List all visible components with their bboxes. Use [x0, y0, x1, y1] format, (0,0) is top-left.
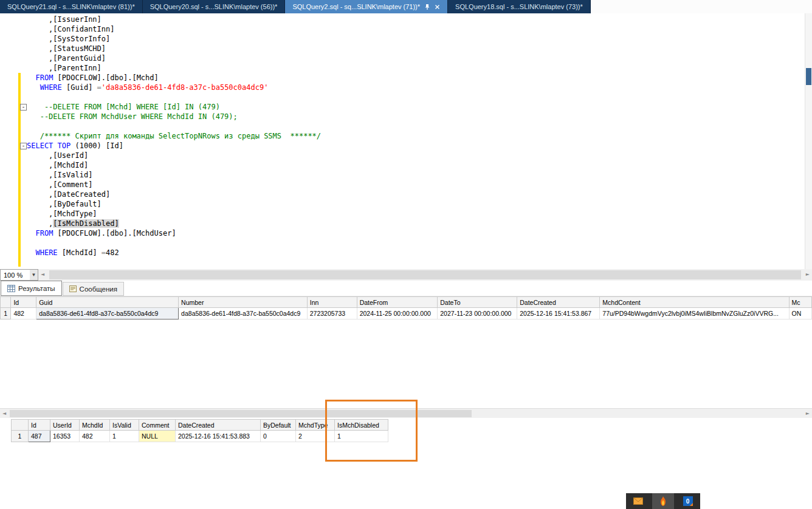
- grid-corner[interactable]: [12, 420, 29, 431]
- code-line[interactable]: ,[StatusMCHD]: [27, 44, 321, 53]
- notification-badge[interactable]: 0: [677, 493, 699, 509]
- code-line[interactable]: ,[Comment]: [27, 180, 321, 190]
- collapse-region-icon[interactable]: -: [20, 104, 27, 111]
- code-line[interactable]: ,[ParentInn]: [27, 63, 321, 73]
- document-tab[interactable]: SQLQuery21.sql - s...SLINK\mlaptev (81))…: [0, 0, 143, 13]
- column-header[interactable]: Id: [29, 420, 50, 431]
- grid-cell[interactable]: 2024-11-25 00:00:00.000: [357, 308, 438, 319]
- grid-cell[interactable]: 16353: [50, 431, 80, 442]
- code-token: [PDOCFLOW].[dbo].[MchdUser]: [53, 229, 176, 237]
- code-line[interactable]: ,[ByDefault]: [27, 199, 321, 209]
- flame-icon[interactable]: [652, 493, 674, 509]
- row-header[interactable]: 1: [12, 431, 29, 442]
- column-header[interactable]: Inn: [307, 297, 357, 308]
- document-tab[interactable]: SQLQuery18.sql - s...SLINK\mlaptev (73))…: [448, 0, 591, 13]
- code-line[interactable]: /****** Скрипт для команды SelectTopNRow…: [27, 131, 321, 141]
- code-area[interactable]: ,[IssuerInn] ,[ConfidantInn] ,[SysStorIn…: [27, 15, 321, 258]
- column-header[interactable]: DateTo: [438, 297, 517, 308]
- column-header[interactable]: Comment: [139, 420, 176, 431]
- grid-cell[interactable]: 2025-12-16 15:41:53.867: [517, 308, 600, 319]
- grid-cell[interactable]: NULL: [139, 431, 176, 442]
- scroll-left-icon[interactable]: ◄: [2, 411, 6, 416]
- document-tab[interactable]: SQLQuery20.sql - s...SLINK\mlaptev (56))…: [143, 0, 286, 13]
- code-token: [IsMchDisabled]: [53, 219, 119, 228]
- grid-cell[interactable]: 2723205733: [307, 308, 357, 319]
- column-header[interactable]: MchdId: [80, 420, 110, 431]
- code-line[interactable]: ,[MchdId]: [27, 160, 321, 170]
- code-line[interactable]: [27, 92, 321, 102]
- document-tab[interactable]: SQLQuery2.sql - sq...SLINK\mlaptev (71))…: [285, 0, 448, 13]
- grid-cell[interactable]: 2: [296, 431, 335, 442]
- code-line[interactable]: ,[ConfidantInn]: [27, 24, 321, 34]
- close-icon[interactable]: [435, 4, 440, 10]
- code-line[interactable]: ,[IsValid]: [27, 170, 321, 180]
- scroll-right-icon[interactable]: ►: [806, 272, 810, 277]
- column-header[interactable]: Mc: [789, 297, 811, 308]
- code-line[interactable]: WHERE [MchdId] =482: [27, 248, 321, 258]
- scroll-right-icon[interactable]: ►: [806, 411, 810, 416]
- tab-results[interactable]: Результаты: [1, 281, 62, 296]
- grid-cell[interactable]: 1: [335, 431, 388, 442]
- sql-editor[interactable]: ,[IssuerInn] ,[ConfidantInn] ,[SysStorIn…: [0, 13, 812, 269]
- grid-cell[interactable]: da8a5836-de61-4fd8-a37c-ba550c0a4dc9: [179, 308, 308, 319]
- code-line[interactable]: --DELETE FROM [Mchd] WHERE [Id] IN (479): [27, 102, 321, 112]
- column-header[interactable]: DateFrom: [357, 297, 438, 308]
- code-token: --DELETE FROM MchdUser WHERE MchdId IN (…: [27, 112, 238, 121]
- column-header[interactable]: Id: [11, 297, 36, 308]
- results-horizontal-scrollbar[interactable]: ◄ ►: [0, 408, 812, 418]
- code-line[interactable]: WHERE [Guid] ='da8a5836-de61-4fd8-a37c-b…: [27, 83, 321, 92]
- grid-cell[interactable]: 0: [261, 431, 296, 442]
- code-line[interactable]: ,[SysStorInfo]: [27, 34, 321, 44]
- code-line[interactable]: ,[UserId]: [27, 151, 321, 160]
- column-header[interactable]: ByDefault: [261, 420, 296, 431]
- code-line[interactable]: ,[ParentGuid]: [27, 53, 321, 63]
- zoom-selector[interactable]: 100 % ▼: [0, 269, 38, 281]
- grid-cell[interactable]: 2025-12-16 15:41:53.883: [176, 431, 261, 442]
- scrollbar-thumb[interactable]: [806, 68, 811, 85]
- code-line[interactable]: FROM [PDOCFLOW].[dbo].[Mchd]: [27, 73, 321, 83]
- code-line[interactable]: --DELETE FROM MchdUser WHERE MchdId IN (…: [27, 112, 321, 121]
- code-line[interactable]: ,[DateCreated]: [27, 190, 321, 199]
- column-header[interactable]: DateCreated: [176, 420, 261, 431]
- document-tab-label: SQLQuery18.sql - s...SLINK\mlaptev (73))…: [455, 3, 583, 10]
- column-header[interactable]: MchdType: [296, 420, 335, 431]
- pin-icon[interactable]: [424, 4, 430, 10]
- grid-corner[interactable]: [1, 297, 11, 308]
- editor-horizontal-scrollbar[interactable]: ◄ ►: [38, 269, 812, 281]
- scrollbar-thumb[interactable]: [10, 410, 472, 417]
- chevron-down-icon: ▼: [30, 270, 38, 280]
- grid-cell[interactable]: 487: [29, 431, 50, 442]
- mail-icon[interactable]: [627, 493, 649, 509]
- code-line[interactable]: FROM [PDOCFLOW].[dbo].[MchdUser]: [27, 228, 321, 238]
- code-line[interactable]: [27, 121, 321, 131]
- column-header[interactable]: IsMchDisabled: [335, 420, 388, 431]
- editor-vertical-scrollbar[interactable]: [805, 13, 812, 269]
- grid-cell[interactable]: 2027-11-23 00:00:00.000: [438, 308, 517, 319]
- code-line[interactable]: [27, 238, 321, 248]
- grid-header-row: IdGuidNumberInnDateFromDateToDateCreated…: [1, 297, 812, 308]
- grid-cell[interactable]: 1: [110, 431, 139, 442]
- scroll-left-icon[interactable]: ◄: [41, 272, 44, 277]
- column-header[interactable]: IsValid: [110, 420, 139, 431]
- grid-cell[interactable]: ON: [789, 308, 811, 319]
- grid-cell[interactable]: 482: [80, 431, 110, 442]
- code-line[interactable]: ,[IsMchDisabled]: [27, 219, 321, 228]
- column-header[interactable]: Guid: [36, 297, 179, 308]
- tab-messages[interactable]: Сообщения: [63, 282, 124, 296]
- results-grid-mchd: IdGuidNumberInnDateFromDateToDateCreated…: [0, 296, 812, 408]
- code-line[interactable]: SELECT TOP (1000) [Id]: [27, 141, 321, 151]
- grid-cell[interactable]: 482: [11, 308, 36, 319]
- code-line[interactable]: ,[IssuerInn]: [27, 15, 321, 24]
- column-header[interactable]: Number: [179, 297, 308, 308]
- grid-cell[interactable]: da8a5836-de61-4fd8-a37c-ba550c0a4dc9: [36, 308, 179, 319]
- messages-icon: [69, 285, 77, 293]
- code-token: FROM: [35, 73, 53, 82]
- collapse-region-icon[interactable]: -: [20, 143, 27, 149]
- scrollbar-thumb[interactable]: [49, 270, 801, 279]
- column-header[interactable]: UserId: [50, 420, 80, 431]
- code-line[interactable]: ,[MchdType]: [27, 209, 321, 219]
- column-header[interactable]: MchdContent: [600, 297, 789, 308]
- column-header[interactable]: DateCreated: [517, 297, 600, 308]
- grid-cell[interactable]: 77u/PD94bWwgdmVyc2lvbj0iMS4wIiBlbmNvZGlu…: [600, 308, 789, 319]
- row-header[interactable]: 1: [1, 308, 11, 319]
